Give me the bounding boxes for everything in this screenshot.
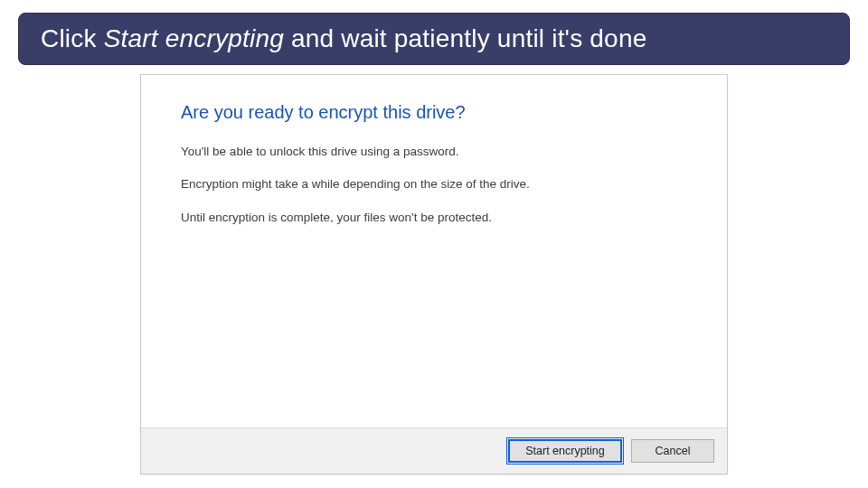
instruction-banner: Click Start encrypting and wait patientl… [18, 13, 850, 65]
dialog-text-2: Encryption might take a while depending … [181, 175, 687, 193]
dialog-text-1: You'll be able to unlock this drive usin… [181, 143, 687, 161]
banner-text-em: Start encrypting [104, 24, 284, 52]
dialog-footer: Start encrypting Cancel [141, 427, 727, 474]
dialog-text-3: Until encryption is complete, your files… [181, 209, 687, 227]
banner-text-pre: Click [41, 24, 104, 52]
start-encrypting-button[interactable]: Start encrypting [508, 439, 622, 463]
banner-text-post: and wait patiently until it's done [284, 24, 646, 52]
dialog-heading: Are you ready to encrypt this drive? [181, 102, 687, 123]
cancel-button[interactable]: Cancel [631, 439, 714, 463]
bitlocker-dialog: Are you ready to encrypt this drive? You… [140, 74, 728, 474]
dialog-body: Are you ready to encrypt this drive? You… [141, 75, 727, 427]
